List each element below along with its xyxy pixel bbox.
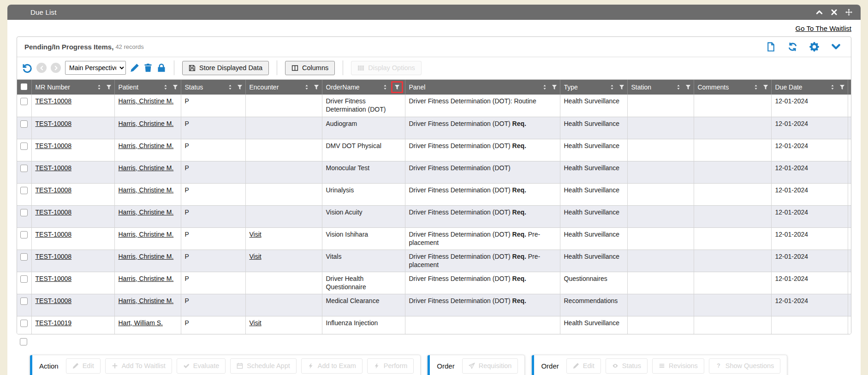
mr-number-link[interactable]: TEST-10019 [36,319,72,327]
chevron-down-icon[interactable] [831,42,841,52]
cell-select [17,205,31,227]
select-all-checkbox[interactable] [21,83,27,90]
toolbar-separator [277,60,277,75]
column-header-status[interactable]: Status [181,80,245,95]
patient-link[interactable]: Harris, Christine M. [119,120,174,127]
sort-icon[interactable] [227,84,233,90]
edit-pencil-icon[interactable] [130,63,139,72]
filter-icon[interactable] [763,84,768,90]
cell-type: Questionnaires [560,272,627,294]
row-checkbox[interactable] [20,209,28,216]
encounter-link[interactable]: Visit [250,319,262,327]
filter-icon[interactable] [237,84,243,90]
mr-number-link[interactable]: TEST-10008 [36,208,72,216]
cell-due: 12-01-2024 [771,250,848,272]
row-checkbox[interactable] [20,165,28,172]
column-header-encounter[interactable]: Encounter [245,80,322,95]
column-header-patient[interactable]: Patient [114,80,181,95]
patient-link[interactable]: Harris, Christine M. [119,253,174,260]
filter-icon[interactable] [839,84,845,90]
refresh-icon[interactable] [788,42,797,52]
footer-checkbox[interactable] [20,338,27,345]
row-checkbox[interactable] [20,231,28,238]
patient-link[interactable]: Harris, Christine M. [119,275,174,282]
mr-number-link[interactable]: TEST-10008 [36,97,72,105]
row-checkbox[interactable] [20,98,28,105]
sort-icon[interactable] [382,84,388,90]
patient-link[interactable]: Harris, Christine M. [119,231,174,238]
cell-comments [694,250,771,272]
patient-link[interactable]: Harris, Christine M. [119,186,174,194]
sort-icon[interactable] [676,84,681,90]
mr-number-link[interactable]: TEST-10008 [36,253,72,260]
filter-icon[interactable] [685,84,691,90]
row-checkbox[interactable] [20,275,28,283]
chevron-up-icon[interactable] [816,9,823,16]
new-document-icon[interactable] [766,42,776,52]
sort-icon[interactable] [304,84,309,90]
column-header-mr-number[interactable]: MR Number [31,80,114,95]
filter-icon[interactable] [619,84,624,90]
prev-perspective-button[interactable] [36,63,47,73]
cell-comments [694,227,771,250]
column-header-type[interactable]: Type [560,80,627,95]
sort-icon[interactable] [163,84,168,90]
encounter-link[interactable]: Visit [250,253,262,260]
sort-icon[interactable] [753,84,759,90]
row-checkbox[interactable] [20,187,28,194]
perspective-select[interactable]: Main Perspective [65,61,126,75]
cell-mr: TEST-10008 [31,294,114,316]
mr-number-link[interactable]: TEST-10008 [36,164,72,172]
highlighted-filter-box[interactable] [391,81,403,93]
filter-icon[interactable] [106,84,112,90]
cell-panel: Driver Fitness Determination (DOT) Req. [405,183,560,205]
patient-link[interactable]: Harris, Christine M. [119,208,174,216]
close-icon[interactable] [831,9,838,16]
mr-number-link[interactable]: TEST-10008 [36,186,72,194]
store-displayed-data-button[interactable]: Store Displayed Data [182,61,269,75]
edit-button: Edit [66,358,101,374]
next-perspective-button[interactable] [51,63,61,73]
mr-number-link[interactable]: TEST-10008 [36,142,72,149]
sort-icon[interactable] [96,84,102,90]
column-header-ordername[interactable]: OrderName [322,80,405,95]
row-checkbox[interactable] [20,298,28,305]
order-bar-label: Order [437,362,454,370]
row-checkbox[interactable] [20,120,28,128]
patient-link[interactable]: Harris, Christine M. [119,97,174,105]
patient-link[interactable]: Harris, Christine M. [119,164,174,172]
mr-number-link[interactable]: TEST-10008 [36,297,72,304]
patient-link[interactable]: Harris, Christine M. [119,297,174,304]
go-to-waitlist-link[interactable]: Go To The Waitlist [796,24,851,32]
add-to-waitlist-button: Add To Waitlist [105,358,172,374]
mr-number-link[interactable]: TEST-10008 [36,275,72,282]
filter-icon[interactable] [552,84,557,90]
filter-icon[interactable] [172,84,178,90]
filter-icon[interactable] [394,84,400,90]
sort-icon[interactable] [609,84,615,90]
row-checkbox[interactable] [20,143,28,150]
filter-icon[interactable] [314,84,319,90]
waitlist-row: Go To The Waitlist [7,20,861,36]
column-header-panel[interactable]: Panel [405,80,560,95]
gear-icon[interactable] [809,42,819,52]
column-header-due-date[interactable]: Due Date [771,80,848,95]
encounter-link[interactable]: Visit [250,231,262,238]
row-checkbox[interactable] [20,253,28,261]
patient-link[interactable]: Harris, Christine M. [119,142,174,149]
patient-link[interactable]: Hart, William S. [119,319,163,327]
column-header-comments[interactable]: Comments [694,80,771,95]
sort-icon[interactable] [542,84,547,90]
sort-icon[interactable] [830,84,835,90]
column-header-required[interactable]: Required [848,80,851,95]
trash-icon[interactable] [143,63,153,72]
columns-button[interactable]: Columns [285,61,335,75]
undo-icon[interactable] [22,63,32,73]
column-header-station[interactable]: Station [627,80,694,95]
cell-comments [694,161,771,183]
move-icon[interactable] [845,9,852,16]
row-checkbox[interactable] [20,320,28,327]
mr-number-link[interactable]: TEST-10008 [36,120,72,127]
lock-icon[interactable] [157,63,166,72]
mr-number-link[interactable]: TEST-10008 [36,231,72,238]
